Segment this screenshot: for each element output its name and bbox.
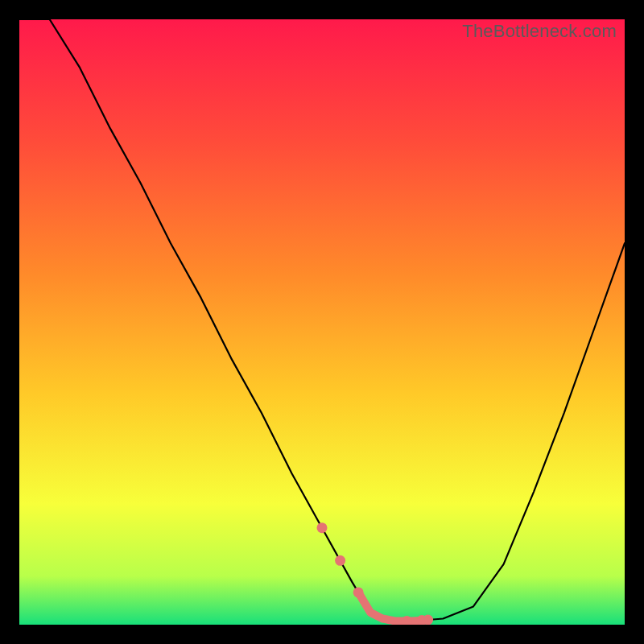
highlight-dot — [317, 522, 328, 533]
chart-svg — [19, 19, 625, 625]
chart-gradient-background — [19, 19, 625, 625]
highlight-dot — [353, 587, 364, 597]
chart-frame: TheBottleneck.com — [19, 19, 625, 625]
highlight-dot — [335, 555, 345, 566]
highlight-dot — [423, 615, 433, 625]
